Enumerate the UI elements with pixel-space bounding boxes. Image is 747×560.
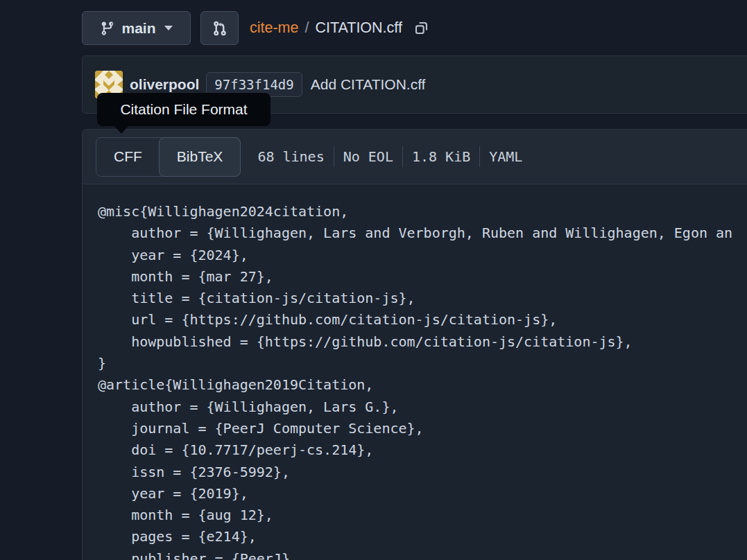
file-meta-item: No EOL [325,146,393,167]
breadcrumb-repo-link[interactable]: cite-me [250,19,298,37]
render-mode-tab[interactable]: CFF [96,138,160,176]
breadcrumb-file-name: CITATION.cff [315,19,402,37]
file-toolbar: main cite-me / CITATION.cff [82,11,747,45]
branch-select-button[interactable]: main [82,11,191,45]
copy-path-button[interactable] [413,20,429,36]
file-view-panel: CFF BibTeX 68 lines No EOL 1.8 KiB YAML … [82,129,747,560]
render-mode-tabs: CFF BibTeX [96,137,241,177]
tooltip-text: Citation File Format [120,101,247,118]
copy-icon [413,20,429,36]
file-meta-item: YAML [470,146,522,167]
file-meta-item: 1.8 KiB [393,146,470,167]
breadcrumb: cite-me / CITATION.cff [250,19,429,37]
repo-file-page: main cite-me / CITATION.cff [82,0,747,560]
file-header: CFF BibTeX 68 lines No EOL 1.8 KiB YAML [83,130,747,184]
chevron-down-icon [164,26,173,30]
git-compare-icon [212,20,228,37]
current-branch-label: main [121,20,155,37]
tooltip-citation-file-format: Citation File Format [97,93,271,126]
file-meta-item: 68 lines [257,148,324,165]
breadcrumb-separator: / [304,19,309,37]
compare-branches-button[interactable] [200,11,239,45]
file-meta-info: 68 lines No EOL 1.8 KiB YAML [257,146,522,167]
render-mode-tab[interactable]: BibTeX [159,137,241,177]
code-content[interactable]: @misc{Willighagen2024citation, author = … [98,201,747,560]
git-branch-icon [100,21,115,36]
commit-message[interactable]: Add CITATION.cff [311,76,426,93]
commit-author-link[interactable]: oliverpool [130,76,199,93]
code-pane: @misc{Willighagen2024citation, author = … [83,184,747,560]
